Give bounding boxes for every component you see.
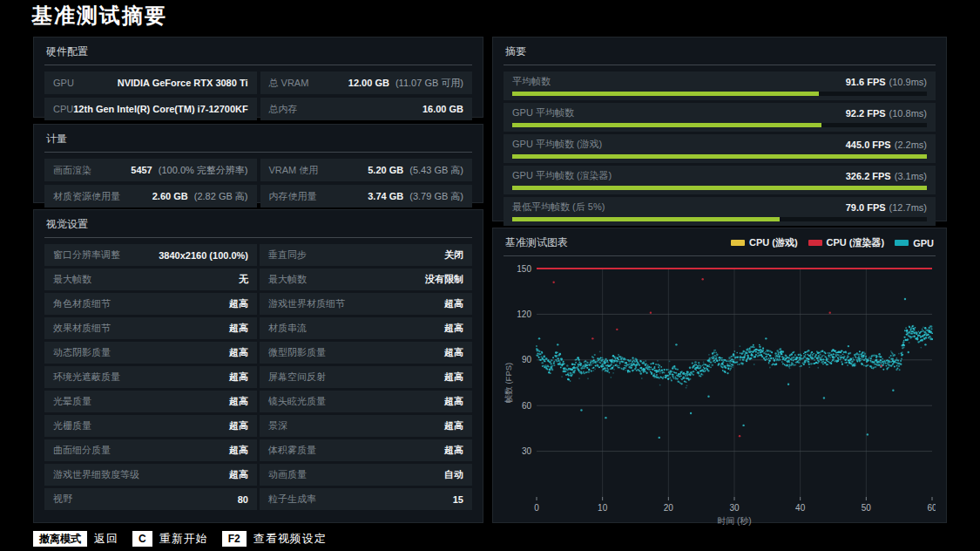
setting-row: GPUNVIDIA GeForce RTX 3080 Ti总 VRAM12.00… <box>44 71 472 94</box>
setting-label: 镜头眩光质量 <box>268 395 326 408</box>
setting-label: 材质资源使用量 <box>53 190 120 203</box>
cpu-outlier-dot <box>616 329 618 330</box>
benchmark-chart-panel: 基准测试图表 CPU (游戏)CPU (渲染器)GPU 306090120150… <box>492 228 947 523</box>
setting-value: 超高 <box>444 346 463 359</box>
cpu-outlier-dot <box>650 311 652 313</box>
legend-swatch-gpu-icon <box>895 240 909 246</box>
metrics-title: 计量 <box>44 131 472 153</box>
summary-row: GPU 平均帧数 (渲染器)326.2 FPS (3.1ms) <box>504 166 936 194</box>
setting-row: 曲面细分质量超高体积雾质量超高 <box>44 439 472 461</box>
summary-bar-track <box>512 186 927 190</box>
summary-row: 平均帧数91.6 FPS (10.9ms) <box>504 71 936 100</box>
setting-cell: 效果材质细节超高 <box>44 317 257 339</box>
x-tick-label: 20 <box>664 503 674 513</box>
setting-cell: 镜头眩光质量超高 <box>260 391 472 412</box>
summary-bar-fill <box>512 217 780 221</box>
setting-value: 80 <box>238 494 248 505</box>
setting-value-extra: (11.07 GB 可用) <box>393 78 463 88</box>
footer-action-video-settings[interactable]: F2查看视频设定 <box>222 531 327 547</box>
legend-label: CPU (游戏) <box>749 236 798 249</box>
footer-action-label: 查看视频设定 <box>253 531 327 547</box>
y-axis-title: 帧数 (FPS) <box>504 363 513 403</box>
setting-row: 环境光遮蔽质量超高屏幕空间反射超高 <box>44 366 472 388</box>
setting-row: 光晕质量超高镜头眩光质量超高 <box>44 391 472 412</box>
setting-value: 超高 <box>444 371 463 384</box>
setting-cell: 垂直同步关闭 <box>260 244 472 266</box>
cpu-outlier-dot <box>591 337 593 339</box>
legend-item-gpu: GPU <box>895 238 934 248</box>
setting-cell: 窗口分辨率调整3840x2160 (100.0%) <box>44 244 257 266</box>
setting-label: 视野 <box>53 493 72 506</box>
footer-action-restart[interactable]: C重新开始 <box>132 531 208 547</box>
gpu-outlier-dot <box>867 433 868 435</box>
benchmark-chart: 3060901201500102030405060时间 (秒)帧数 (FPS) <box>504 258 936 527</box>
page-title: 基准测试摘要 <box>31 2 167 30</box>
setting-value: 自动 <box>444 468 463 481</box>
setting-label: 游戏世界细致度等级 <box>53 468 139 481</box>
summary-bar-fill <box>512 123 821 127</box>
setting-label: 总内存 <box>269 103 298 116</box>
setting-value-extra: (3.79 GB 高) <box>407 191 463 201</box>
gpu-outlier-dot <box>707 396 709 398</box>
hardware-config-rows: GPUNVIDIA GeForce RTX 3080 Ti总 VRAM12.00… <box>44 71 472 120</box>
summary-label: 最低平均帧数 (后 5%) <box>512 201 605 214</box>
setting-row: 材质资源使用量2.60 GB (2.82 GB 高)内存使用量3.74 GB (… <box>44 185 472 207</box>
y-tick-label: 150 <box>517 264 531 274</box>
x-tick-label: 30 <box>729 503 740 513</box>
summary-value-extra: (2.2ms) <box>895 139 927 150</box>
gpu-outlier-dot <box>690 412 692 414</box>
setting-label: 屏幕空间反射 <box>268 371 326 384</box>
setting-label: 游戏世界材质细节 <box>268 297 345 310</box>
footer-action-back[interactable]: 撤离模式返回 <box>33 531 118 547</box>
setting-cell: VRAM 使用5.20 GB (5.43 GB 高) <box>260 159 473 181</box>
gpu-outlier-dot <box>675 344 677 345</box>
key-badge-restart: C <box>132 531 152 547</box>
visual-settings-rows: 窗口分辨率调整3840x2160 (100.0%)垂直同步关闭最大帧数无最大帧数… <box>44 244 472 510</box>
setting-value: 超高 <box>444 395 463 408</box>
key-badge-video-settings: F2 <box>222 531 247 547</box>
setting-cell: CPU12th Gen Intel(R) Core(TM) i7-12700KF <box>44 98 257 120</box>
setting-label: 效果材质细节 <box>53 322 111 335</box>
setting-cell: 体积雾质量超高 <box>260 439 472 461</box>
gpu-outlier-dot <box>557 344 558 345</box>
cpu-outlier-dot <box>701 278 703 280</box>
setting-label: GPU <box>53 78 74 88</box>
setting-cell: 内存使用量3.74 GB (3.79 GB 高) <box>260 185 473 207</box>
key-badge-back: 撤离模式 <box>33 531 87 547</box>
y-tick-label: 30 <box>522 446 532 456</box>
gpu-outlier-dot <box>823 397 825 398</box>
summary-panel: 摘要 平均帧数91.6 FPS (10.9ms)GPU 平均帧数92.2 FPS… <box>492 37 947 221</box>
setting-row: 最大帧数无最大帧数没有限制 <box>44 269 472 290</box>
summary-bar-fill <box>512 92 819 96</box>
summary-bar-track <box>512 217 927 221</box>
setting-value: 超高 <box>229 371 248 384</box>
summary-value-extra: (12.7ms) <box>889 202 927 213</box>
gpu-outlier-dot <box>538 337 540 339</box>
setting-value: 12th Gen Intel(R) Core(TM) i7-12700KF <box>73 104 247 114</box>
setting-value: 超高 <box>444 419 463 432</box>
legend-label: GPU <box>913 238 934 248</box>
cpu-outlier-dot <box>552 282 554 283</box>
cpu-outlier-dot <box>881 365 882 367</box>
gpu-outlier-dot <box>924 344 926 345</box>
summary-label: GPU 平均帧数 (游戏) <box>512 138 602 151</box>
gpu-outlier-dot <box>848 345 849 347</box>
setting-label: 动态阴影质量 <box>53 346 111 359</box>
visual-settings-panel: 视觉设置 窗口分辨率调整3840x2160 (100.0%)垂直同步关闭最大帧数… <box>33 209 483 523</box>
summary-row: 最低平均帧数 (后 5%)79.0 FPS (12.7ms) <box>504 197 936 226</box>
setting-row: 效果材质细节超高材质串流超高 <box>44 317 472 339</box>
summary-label: GPU 平均帧数 <box>512 106 574 119</box>
setting-value: 5457 (100.0% 完整分辨率) <box>131 164 247 177</box>
summary-title: 摘要 <box>504 44 936 65</box>
setting-value: 超高 <box>229 444 248 457</box>
setting-value: 无 <box>239 273 248 286</box>
setting-cell: 光晕质量超高 <box>44 391 257 412</box>
setting-label: 微型阴影质量 <box>268 346 326 359</box>
setting-cell: GPUNVIDIA GeForce RTX 3080 Ti <box>44 71 257 94</box>
setting-value: 超高 <box>229 322 248 335</box>
footer-action-label: 返回 <box>94 531 118 547</box>
setting-label: 体积雾质量 <box>268 444 316 457</box>
y-tick-label: 90 <box>522 355 532 364</box>
setting-cell: 环境光遮蔽质量超高 <box>44 366 257 388</box>
setting-value: 2.60 GB (2.82 GB 高) <box>152 190 248 203</box>
